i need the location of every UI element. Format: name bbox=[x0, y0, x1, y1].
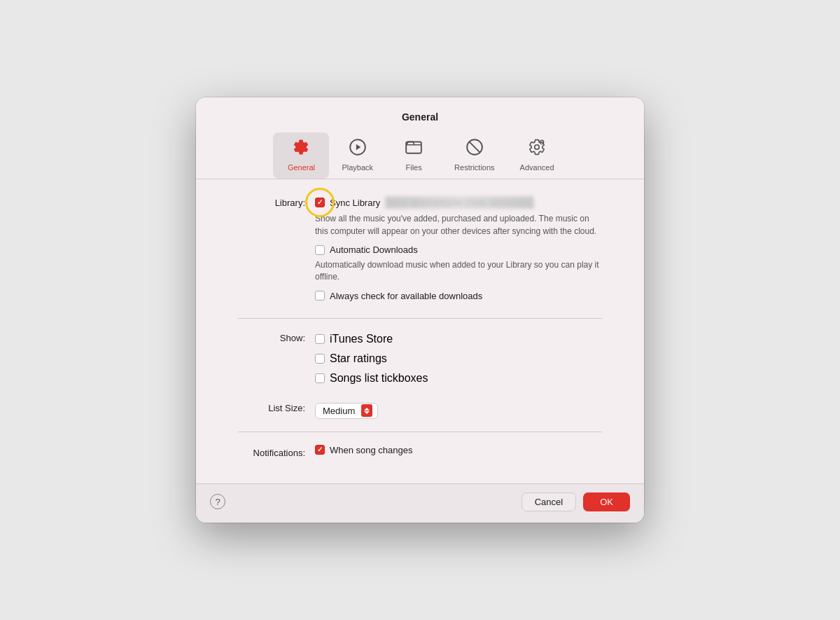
title-bar: General General Pl bbox=[196, 97, 644, 179]
star-ratings-label: Star ratings bbox=[330, 352, 387, 365]
tab-general[interactable]: General bbox=[273, 132, 329, 179]
tab-files[interactable]: Files bbox=[386, 132, 442, 179]
dialog-title: General bbox=[210, 111, 630, 123]
general-icon bbox=[292, 138, 310, 160]
always-check-checkbox[interactable] bbox=[315, 291, 325, 301]
preferences-dialog: General General Pl bbox=[196, 97, 644, 523]
svg-line-3 bbox=[469, 142, 479, 153]
list-size-select[interactable]: Small Medium Large bbox=[315, 403, 378, 419]
star-ratings-checkbox[interactable] bbox=[315, 354, 325, 364]
restrictions-icon bbox=[465, 138, 484, 160]
itunes-store-label: iTunes Store bbox=[330, 333, 393, 345]
tab-files-label: Files bbox=[405, 163, 421, 172]
songs-list-checkbox[interactable] bbox=[315, 373, 325, 383]
auto-downloads-label: Automatic Downloads bbox=[330, 244, 418, 255]
sync-library-row: Sync Library user@example.com account bbox=[315, 196, 602, 209]
notifications-content: When song changes bbox=[315, 445, 602, 460]
tab-playback[interactable]: Playback bbox=[329, 132, 386, 179]
cancel-button[interactable]: Cancel bbox=[522, 492, 576, 511]
show-section: Show: iTunes Store Star ratings Songs li… bbox=[238, 331, 602, 419]
library-row: Library: Sync Library user@example.com a… bbox=[238, 196, 602, 305]
library-label: Library: bbox=[238, 196, 315, 208]
sync-library-description: Show all the music you've added, purchas… bbox=[315, 213, 602, 237]
library-content: Sync Library user@example.com account Sh… bbox=[315, 196, 602, 305]
tab-restrictions[interactable]: Restrictions bbox=[442, 132, 507, 179]
sync-highlight-ring bbox=[315, 198, 325, 207]
list-size-row: List Size: Small Medium Large bbox=[238, 401, 602, 419]
auto-downloads-row: Automatic Downloads bbox=[315, 244, 602, 255]
show-content: iTunes Store Star ratings Songs list tic… bbox=[315, 331, 602, 392]
ok-button[interactable]: OK bbox=[583, 492, 630, 511]
tab-general-label: General bbox=[288, 163, 315, 172]
notifications-label: Notifications: bbox=[238, 446, 315, 458]
list-size-label: List Size: bbox=[238, 401, 315, 413]
songs-list-label: Songs list tickboxes bbox=[330, 372, 428, 385]
dialog-footer: ? Cancel OK bbox=[196, 483, 644, 523]
help-button[interactable]: ? bbox=[210, 494, 225, 509]
advanced-icon bbox=[528, 138, 546, 160]
tab-advanced[interactable]: Advanced bbox=[507, 132, 567, 179]
sync-library-label: Sync Library bbox=[330, 198, 380, 208]
list-size-select-wrap: Small Medium Large bbox=[315, 403, 378, 419]
auto-downloads-description: Automatically download music when added … bbox=[315, 259, 602, 284]
tabs-container: General Playback bbox=[210, 132, 630, 179]
playback-icon bbox=[349, 138, 367, 160]
tab-advanced-label: Advanced bbox=[520, 163, 554, 172]
files-icon bbox=[405, 138, 423, 160]
content-area: Library: Sync Library user@example.com a… bbox=[196, 179, 644, 483]
list-size-content: Small Medium Large bbox=[315, 401, 602, 419]
tab-playback-label: Playback bbox=[342, 163, 373, 172]
sync-library-checkbox[interactable] bbox=[315, 198, 325, 207]
songs-list-row: Songs list tickboxes bbox=[315, 372, 602, 385]
notifications-section: Notifications: When song changes bbox=[238, 445, 602, 460]
auto-downloads-checkbox[interactable] bbox=[315, 245, 325, 255]
show-row: Show: iTunes Store Star ratings Songs li… bbox=[238, 331, 602, 392]
when-song-changes-checkbox[interactable] bbox=[315, 445, 325, 455]
star-ratings-row: Star ratings bbox=[315, 352, 602, 365]
notifications-row: Notifications: When song changes bbox=[238, 445, 602, 460]
show-label: Show: bbox=[238, 331, 315, 343]
when-song-changes-label: When song changes bbox=[330, 445, 413, 455]
itunes-store-checkbox[interactable] bbox=[315, 334, 325, 344]
when-song-changes-row: When song changes bbox=[315, 445, 602, 455]
itunes-store-row: iTunes Store bbox=[315, 333, 602, 345]
tab-restrictions-label: Restrictions bbox=[454, 163, 494, 172]
footer-buttons: Cancel OK bbox=[522, 492, 630, 511]
always-check-row: Always check for available downloads bbox=[315, 291, 602, 301]
section-divider-1 bbox=[238, 318, 602, 319]
section-divider-2 bbox=[238, 432, 602, 432]
library-section: Library: Sync Library user@example.com a… bbox=[238, 196, 602, 305]
sync-library-account: user@example.com account bbox=[385, 196, 533, 209]
always-check-label: Always check for available downloads bbox=[330, 291, 482, 301]
